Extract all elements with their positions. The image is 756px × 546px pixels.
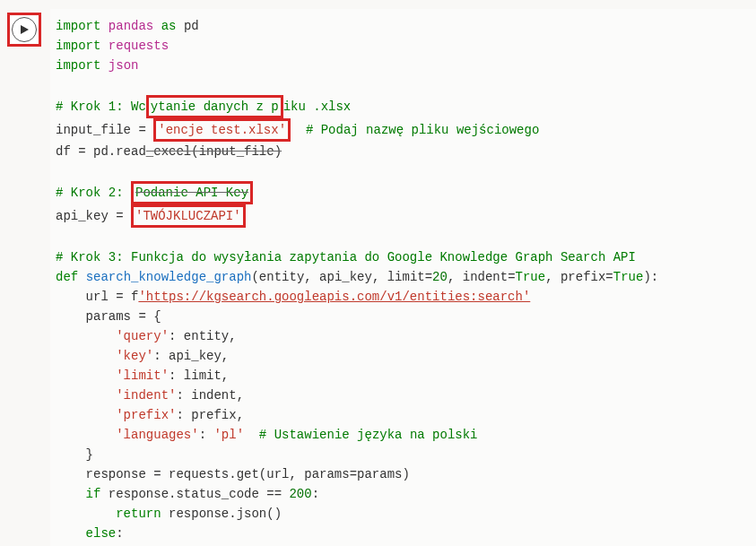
cell-gutter [9, 9, 50, 546]
highlight-input-file: ytanie danych z p [146, 95, 283, 118]
notebook-cell: import pandas as pd import requests impo… [0, 0, 756, 546]
svg-marker-0 [21, 25, 29, 34]
url-string: 'https://kgsearch.googleapis.com/v1/enti… [138, 290, 530, 304]
run-button-highlight [7, 13, 41, 47]
play-icon [19, 24, 30, 35]
fn-name: search_knowledge_graph [86, 270, 252, 284]
kw-import: import [56, 19, 100, 33]
highlight-api-key: Podanie API Key [131, 181, 253, 204]
highlight-input-file-str: 'encje test.xlsx' [153, 118, 291, 142]
code-editor[interactable]: import pandas as pd import requests impo… [50, 9, 756, 546]
highlight-api-key-str: 'TWÓJKLUCZAPI' [131, 204, 246, 228]
run-cell-button[interactable] [12, 17, 37, 42]
mod-pandas: pandas [109, 19, 153, 33]
